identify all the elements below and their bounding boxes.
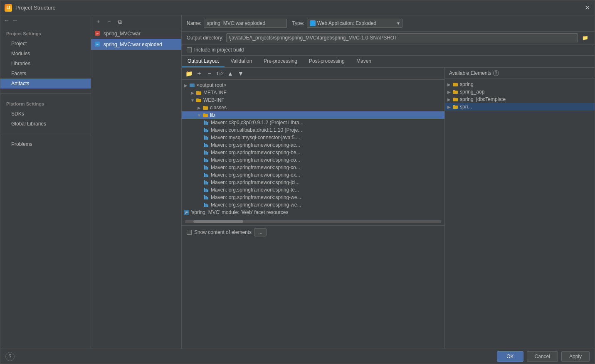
- spring-te-lib-icon: [203, 187, 209, 193]
- svg-rect-34: [204, 173, 205, 177]
- titlebar-left: IJ Project Structure: [5, 4, 56, 12]
- sidebar-item-sdks[interactable]: SDKs: [0, 109, 91, 119]
- tree-node-output-root[interactable]: ▶ <output root>: [182, 81, 444, 89]
- add-artifact-button[interactable]: +: [94, 17, 103, 26]
- sidebar-item-facets[interactable]: Facets: [0, 69, 91, 79]
- back-button[interactable]: ←: [4, 17, 10, 24]
- sidebar-divider-2: [0, 134, 91, 134]
- tree-node-lib[interactable]: ▼ lib: [182, 111, 444, 119]
- tree-add-button[interactable]: +: [195, 69, 204, 78]
- sidebar-item-problems[interactable]: Problems: [0, 139, 91, 149]
- name-input[interactable]: [204, 19, 287, 28]
- web-inf-folder-icon: [196, 97, 202, 103]
- tab-pre-processing[interactable]: Pre-processing: [258, 56, 303, 67]
- tree-scrollbar[interactable]: [185, 220, 441, 223]
- artifact-list: W spring_MVC:war W spring_MVC:war explod…: [91, 28, 181, 349]
- spring-we2-lib-icon: [203, 202, 209, 208]
- tab-post-processing[interactable]: Post-processing: [303, 56, 351, 67]
- output-dir-row: Output directory: 📁: [182, 32, 595, 44]
- svg-rect-46: [204, 203, 205, 207]
- tree-node-spring-be[interactable]: Maven: org.springframework:spring-be...: [182, 149, 444, 156]
- sidebar-item-modules[interactable]: Modules: [0, 49, 91, 59]
- include-checkbox[interactable]: [187, 47, 192, 52]
- web-facet-icon: W: [183, 209, 189, 215]
- available-spri[interactable]: ▶ spri...: [445, 103, 595, 111]
- spring-aop-label: spring_aop: [460, 89, 484, 95]
- tree-node-spring-we2[interactable]: Maven: org.springframework:spring-we...: [182, 201, 444, 209]
- output-root-icon: [189, 82, 195, 88]
- main-panel: Name: Type: 🌐 Web Application: Exploded …: [182, 15, 595, 349]
- tree-down-button[interactable]: ▼: [236, 69, 245, 78]
- available-spring-jdbc[interactable]: ▶ spring_jdbcTemplate: [445, 96, 595, 103]
- svg-rect-12: [203, 113, 205, 115]
- tree-node-web-facet[interactable]: W 'spring_MVC' module: 'Web' facet resou…: [182, 209, 444, 216]
- tree-node-druid[interactable]: Maven: com.alibaba:druid:1.1.10 (Proje..…: [182, 126, 444, 134]
- cancel-button[interactable]: Cancel: [527, 351, 558, 362]
- close-button[interactable]: ✕: [584, 5, 590, 11]
- svg-rect-20: [205, 136, 207, 140]
- copy-artifact-button[interactable]: ⧉: [115, 17, 124, 26]
- tree-remove-button[interactable]: −: [205, 69, 214, 78]
- mysql-lib-icon: [203, 135, 209, 140]
- tab-maven[interactable]: Maven: [351, 56, 377, 67]
- svg-rect-18: [207, 130, 208, 132]
- tree-node-mysql[interactable]: Maven: mysql:mysql-connector-java:5....: [182, 134, 444, 141]
- artifact-item-war[interactable]: W spring_MVC:war: [91, 28, 181, 39]
- svg-rect-21: [207, 137, 208, 140]
- sidebar-item-libraries[interactable]: Libraries: [0, 59, 91, 69]
- available-help-icon[interactable]: ?: [493, 70, 499, 76]
- svg-text:W: W: [96, 32, 99, 35]
- remove-artifact-button[interactable]: −: [104, 17, 114, 26]
- svg-rect-37: [204, 180, 205, 184]
- available-spring[interactable]: ▶ spring: [445, 81, 595, 88]
- show-content-checkbox[interactable]: [187, 230, 192, 235]
- titlebar: IJ Project Structure ✕: [0, 0, 595, 15]
- sidebar-item-artifacts[interactable]: Artifacts: [0, 79, 91, 89]
- tree-node-spring-jcl[interactable]: Maven: org.springframework:spring-jcl...: [182, 179, 444, 186]
- tree-sort-button[interactable]: 1↕2: [215, 69, 225, 78]
- status-left: ?: [5, 352, 15, 361]
- tab-output-layout[interactable]: Output Layout: [182, 56, 225, 67]
- spring-folder-icon: [452, 81, 458, 87]
- svg-rect-43: [204, 195, 205, 199]
- svg-rect-54: [453, 90, 455, 91]
- tree-folder-button[interactable]: 📁: [184, 69, 193, 78]
- output-dir-input[interactable]: [226, 33, 578, 42]
- tree-area: ▶ <output root> ▶ META-INF ▼: [182, 80, 444, 218]
- svg-rect-41: [205, 189, 207, 192]
- help-button[interactable]: ?: [5, 352, 15, 361]
- tree-node-spring-te[interactable]: Maven: org.springframework:spring-te...: [182, 186, 444, 194]
- tree-node-spring-co1[interactable]: Maven: org.springframework:spring-co...: [182, 156, 444, 164]
- web-facet-label: 'spring_MVC' module: 'Web' facet resourc…: [191, 209, 288, 215]
- forward-button[interactable]: →: [12, 17, 18, 24]
- svg-rect-44: [205, 196, 207, 199]
- tree-node-web-inf[interactable]: ▼ WEB-INF: [182, 96, 444, 104]
- ok-button[interactable]: OK: [497, 351, 523, 362]
- tree-node-spring-co2[interactable]: Maven: org.springframework:spring-co...: [182, 164, 444, 171]
- apply-button[interactable]: Apply: [561, 351, 590, 362]
- browse-output-dir-button[interactable]: 📁: [580, 33, 590, 42]
- output-layout-content: 📁 + − 1↕2 ▲ ▼ ▶ <output root>: [182, 68, 595, 349]
- sidebar-item-project[interactable]: Project: [0, 39, 91, 49]
- tree-node-meta-inf[interactable]: ▶ META-INF: [182, 89, 444, 96]
- artifact-item-war-exploded[interactable]: W spring_MVC:war exploded: [91, 39, 181, 50]
- show-content-row: Show content of elements ...: [187, 228, 439, 236]
- svg-rect-33: [207, 167, 208, 170]
- tree-node-spring-ex[interactable]: Maven: org.springframework:spring-ex...: [182, 171, 444, 179]
- type-select[interactable]: 🌐 Web Application: Exploded ▾: [307, 19, 402, 28]
- tree-node-spring-ac[interactable]: Maven: org.springframework:spring-ac...: [182, 141, 444, 149]
- dots-button[interactable]: ...: [254, 228, 267, 236]
- main-content: ← → Project Settings Project Modules Lib…: [0, 15, 595, 349]
- tree-node-classes[interactable]: ▶ classes: [182, 104, 444, 111]
- sidebar-item-global-libraries[interactable]: Global Libraries: [0, 119, 91, 129]
- tree-up-button[interactable]: ▲: [226, 69, 235, 78]
- available-spring-aop[interactable]: ▶ spring_aop: [445, 88, 595, 96]
- svg-rect-38: [205, 181, 207, 184]
- svg-rect-45: [207, 197, 208, 199]
- expand-lib: ▼: [197, 113, 202, 118]
- tree-scrollbar-thumb[interactable]: [193, 220, 243, 223]
- tree-node-c3p0[interactable]: Maven: c3p0:c3p0:0.9.1.2 (Project Libra.…: [182, 119, 444, 126]
- tree-node-spring-we1[interactable]: Maven: org.springframework:spring-we...: [182, 194, 444, 201]
- tab-validation[interactable]: Validation: [225, 56, 258, 67]
- expand-meta-inf: ▶: [190, 90, 195, 95]
